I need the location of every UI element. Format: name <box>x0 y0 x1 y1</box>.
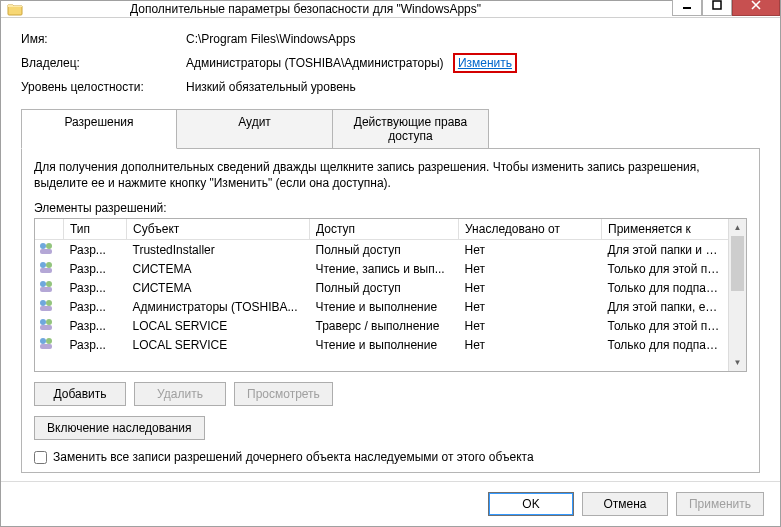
svg-point-5 <box>40 262 46 268</box>
scroll-down-icon[interactable]: ▼ <box>729 354 746 371</box>
owner-row: Администраторы (TOSHIBA\Администраторы) … <box>186 56 760 70</box>
instructions-text: Для получения дополнительных сведений дв… <box>34 159 747 191</box>
dialog-footer: OK Отмена Применить <box>1 481 780 526</box>
cell-applies: Только для подпапок и фай... <box>602 278 729 297</box>
column-inherited[interactable]: Унаследовано от <box>459 219 602 240</box>
cell-inherited: Нет <box>459 259 602 278</box>
group-icon <box>38 240 54 256</box>
table-row[interactable]: Разр...LOCAL SERVICEЧтение и выполнениеН… <box>35 335 728 354</box>
svg-point-11 <box>40 300 46 306</box>
name-label: Имя: <box>21 32 186 46</box>
cell-inherited: Нет <box>459 278 602 297</box>
cell-access: Чтение, запись и вып... <box>310 259 459 278</box>
cell-type: Разр... <box>64 259 127 278</box>
svg-rect-1 <box>713 1 721 9</box>
column-subject[interactable]: Субъект <box>127 219 310 240</box>
name-value: C:\Program Files\WindowsApps <box>186 32 760 46</box>
group-icon <box>38 316 54 332</box>
cell-applies: Только для этой папки <box>602 316 729 335</box>
table-row[interactable]: Разр...TrustedInstallerПолный доступНетД… <box>35 240 728 260</box>
column-access[interactable]: Доступ <box>310 219 459 240</box>
group-icon <box>38 297 54 313</box>
cell-applies: Только для этой папки <box>602 259 729 278</box>
cell-subject: СИСТЕМА <box>127 278 310 297</box>
svg-rect-0 <box>683 7 691 9</box>
svg-rect-13 <box>40 306 52 311</box>
svg-point-17 <box>40 338 46 344</box>
svg-rect-10 <box>40 287 52 292</box>
svg-rect-4 <box>40 249 52 254</box>
cell-type: Разр... <box>64 278 127 297</box>
table-row[interactable]: Разр...Администраторы (TOSHIBA...Чтение … <box>35 297 728 316</box>
table-row[interactable]: Разр...СИСТЕМАЧтение, запись и вып...Нет… <box>35 259 728 278</box>
enable-inheritance-button[interactable]: Включение наследования <box>34 416 205 440</box>
cell-type: Разр... <box>64 240 127 260</box>
cell-subject: СИСТЕМА <box>127 259 310 278</box>
tab-effective-access[interactable]: Действующие права доступа <box>333 109 489 149</box>
cell-access: Чтение и выполнение <box>310 335 459 354</box>
cell-access: Полный доступ <box>310 240 459 260</box>
permissions-table[interactable]: Тип Субъект Доступ Унаследовано от Приме… <box>34 218 747 372</box>
cell-applies: Только для подпапок и фай... <box>602 335 729 354</box>
table-row[interactable]: Разр...СИСТЕМАПолный доступНетТолько для… <box>35 278 728 297</box>
apply-button: Применить <box>676 492 764 516</box>
titlebar: Дополнительные параметры безопасности дл… <box>1 1 780 18</box>
scroll-thumb[interactable] <box>731 236 744 291</box>
cell-subject: TrustedInstaller <box>127 240 310 260</box>
cell-access: Полный доступ <box>310 278 459 297</box>
svg-rect-19 <box>40 344 52 349</box>
cancel-button[interactable]: Отмена <box>582 492 668 516</box>
column-type[interactable]: Тип <box>64 219 127 240</box>
tab-permissions[interactable]: Разрешения <box>21 109 177 149</box>
svg-rect-7 <box>40 268 52 273</box>
maximize-button[interactable] <box>702 0 732 16</box>
svg-point-8 <box>40 281 46 287</box>
svg-point-2 <box>40 243 46 249</box>
owner-value: Администраторы (TOSHIBA\Администраторы) <box>186 56 444 70</box>
owner-label: Владелец: <box>21 56 186 70</box>
cell-type: Разр... <box>64 297 127 316</box>
svg-point-14 <box>40 319 46 325</box>
cell-access: Чтение и выполнение <box>310 297 459 316</box>
svg-point-12 <box>46 300 52 306</box>
cell-subject: Администраторы (TOSHIBA... <box>127 297 310 316</box>
add-button[interactable]: Добавить <box>34 382 126 406</box>
cell-inherited: Нет <box>459 240 602 260</box>
ok-button[interactable]: OK <box>488 492 574 516</box>
window-title: Дополнительные параметры безопасности дл… <box>0 2 672 16</box>
close-button[interactable] <box>732 0 780 16</box>
replace-child-permissions-checkbox[interactable] <box>34 451 47 464</box>
view-button: Просмотреть <box>234 382 333 406</box>
svg-rect-16 <box>40 325 52 330</box>
cell-inherited: Нет <box>459 335 602 354</box>
cell-inherited: Нет <box>459 297 602 316</box>
minimize-button[interactable] <box>672 0 702 16</box>
table-row[interactable]: Разр...LOCAL SERVICEТраверс / выполнение… <box>35 316 728 335</box>
column-applies[interactable]: Применяется к <box>602 219 729 240</box>
permissions-list-label: Элементы разрешений: <box>34 201 747 215</box>
integrity-value: Низкий обязательный уровень <box>186 80 760 94</box>
owner-change-link[interactable]: Изменить <box>453 53 517 73</box>
tab-body-permissions: Для получения дополнительных сведений дв… <box>21 148 760 473</box>
svg-point-6 <box>46 262 52 268</box>
cell-inherited: Нет <box>459 316 602 335</box>
group-icon <box>38 259 54 275</box>
cell-subject: LOCAL SERVICE <box>127 316 310 335</box>
cell-access: Траверс / выполнение <box>310 316 459 335</box>
group-icon <box>38 335 54 351</box>
integrity-label: Уровень целостности: <box>21 80 186 94</box>
svg-point-18 <box>46 338 52 344</box>
svg-point-15 <box>46 319 52 325</box>
remove-button: Удалить <box>134 382 226 406</box>
svg-point-3 <box>46 243 52 249</box>
tab-audit[interactable]: Аудит <box>177 109 333 149</box>
cell-type: Разр... <box>64 335 127 354</box>
column-icon[interactable] <box>35 219 64 240</box>
security-dialog: Дополнительные параметры безопасности дл… <box>0 0 781 527</box>
vertical-scrollbar[interactable]: ▲ ▼ <box>728 219 746 371</box>
scroll-up-icon[interactable]: ▲ <box>729 219 746 236</box>
group-icon <box>38 278 54 294</box>
svg-point-9 <box>46 281 52 287</box>
cell-subject: LOCAL SERVICE <box>127 335 310 354</box>
cell-applies: Для этой папки, ее подпап... <box>602 297 729 316</box>
